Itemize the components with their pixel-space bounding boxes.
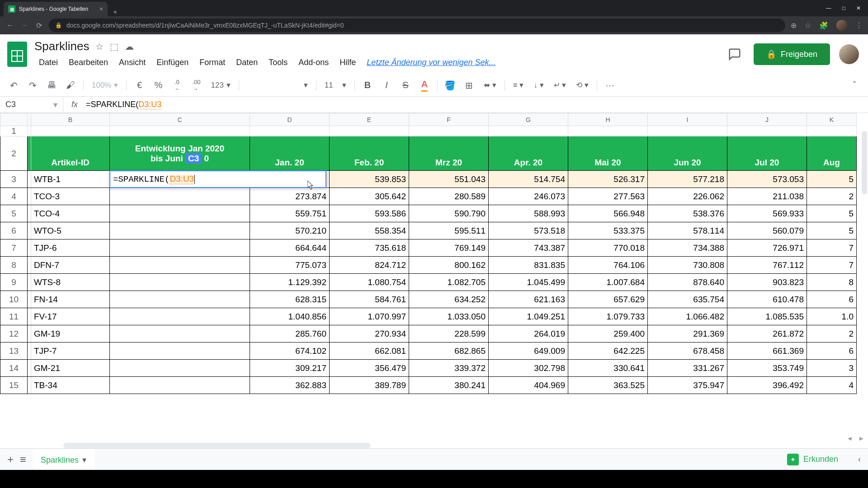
cell-value[interactable]: 389.789 <box>330 377 409 394</box>
forward-button[interactable]: → <box>20 21 29 29</box>
sheet-tab-sparklines[interactable]: Sparklines ▾ <box>33 449 94 469</box>
cell-value[interactable]: 743.387 <box>489 239 568 257</box>
cell-value[interactable]: 634.252 <box>409 291 489 308</box>
cell-value[interactable]: 730.808 <box>648 257 727 274</box>
row-header-13[interactable]: 13 <box>0 343 28 360</box>
cell-value[interactable]: 726.971 <box>727 239 807 257</box>
cell-value[interactable]: 595.511 <box>409 222 489 239</box>
col-header-J[interactable]: J <box>727 113 807 126</box>
cell-artikel-id[interactable]: FN-14 <box>31 291 110 308</box>
cell-value[interactable]: 767.112 <box>727 257 807 274</box>
zoom-icon[interactable]: ⊕ <box>791 21 797 30</box>
cell-value[interactable]: 396.492 <box>727 377 807 394</box>
cell-value[interactable]: 7 <box>807 239 857 257</box>
row-header-14[interactable]: 14 <box>0 360 28 377</box>
cell-artikel-id[interactable]: TJP-6 <box>31 239 110 257</box>
cell-value[interactable]: 1.079.733 <box>568 308 648 325</box>
menu-daten[interactable]: Daten <box>231 56 262 69</box>
cell-value[interactable]: 657.629 <box>568 291 648 308</box>
row-header-9[interactable]: 9 <box>0 274 28 291</box>
back-button[interactable]: ← <box>5 21 14 29</box>
cell-value[interactable]: 8 <box>807 274 857 291</box>
h-align-button[interactable]: ≡ ▾ <box>509 80 528 90</box>
decrease-decimal-button[interactable]: .0← <box>169 77 185 94</box>
col-header-C[interactable]: C <box>110 113 250 126</box>
cell-sparkline[interactable] <box>110 222 250 239</box>
sheets-logo-icon[interactable] <box>5 39 29 70</box>
row-header-1[interactable]: 1 <box>0 126 28 136</box>
row-header-11[interactable]: 11 <box>0 308 28 325</box>
number-format-select[interactable]: 123 ▾ <box>207 80 234 90</box>
cell-value[interactable]: 1.040.856 <box>250 308 330 325</box>
profile-avatar-small[interactable] <box>836 20 847 31</box>
tab-close-icon[interactable]: × <box>99 5 103 13</box>
cell-value[interactable]: 539.853 <box>330 171 409 188</box>
font-size-select[interactable]: 11 ▾ <box>321 80 350 90</box>
cell-value[interactable]: 578.114 <box>648 222 727 239</box>
cell[interactable] <box>110 126 250 136</box>
cell-sparkline[interactable] <box>110 343 250 360</box>
cell-value[interactable]: 1.085.535 <box>727 308 807 325</box>
cell-value[interactable]: 538.376 <box>648 205 727 222</box>
italic-button[interactable]: I <box>378 77 395 94</box>
cell-value[interactable]: 270.934 <box>330 325 409 343</box>
cell[interactable] <box>489 126 568 136</box>
menu-ansicht[interactable]: Ansicht <box>114 56 150 69</box>
cell-value[interactable]: 573.518 <box>489 222 568 239</box>
cell-value[interactable]: 764.106 <box>568 257 648 274</box>
cell-value[interactable]: 584.761 <box>330 291 409 308</box>
chevron-down-icon[interactable]: ▾ <box>82 455 86 465</box>
cell-value[interactable]: 569.933 <box>727 205 807 222</box>
col-header-E[interactable]: E <box>330 113 409 126</box>
cell-value[interactable]: 2 <box>807 188 857 205</box>
cell-value[interactable]: 570.210 <box>250 222 330 239</box>
cell-artikel-id[interactable]: DFN-7 <box>31 257 110 274</box>
cell-editor[interactable]: =SPARKLINE(D3:U3 <box>109 170 326 188</box>
header-month[interactable]: Apr. 20 <box>489 136 568 171</box>
side-panel-toggle[interactable]: ‹ <box>858 455 861 464</box>
cell[interactable] <box>31 126 110 136</box>
cell[interactable] <box>568 126 648 136</box>
cell-value[interactable]: 273.874 <box>250 188 330 205</box>
cell-artikel-id[interactable]: WTB-1 <box>31 171 110 188</box>
row-header-4[interactable]: 4 <box>0 188 28 205</box>
paint-format-button[interactable]: 🖌 <box>62 77 79 94</box>
cell-value[interactable]: 878.640 <box>648 274 727 291</box>
cell-value[interactable]: 380.241 <box>409 377 489 394</box>
menu-datei[interactable]: Datei <box>34 56 62 69</box>
cell-value[interactable]: 831.835 <box>489 257 568 274</box>
cell-value[interactable]: 621.163 <box>489 291 568 308</box>
font-select[interactable]: ▾ <box>244 80 311 90</box>
cell-value[interactable]: 246.073 <box>489 188 568 205</box>
percent-button[interactable]: % <box>150 77 166 94</box>
cell-artikel-id[interactable]: TB-34 <box>31 377 110 394</box>
cell-sparkline[interactable] <box>110 205 250 222</box>
header-month[interactable]: Aug <box>807 136 857 171</box>
cell-value[interactable]: 1.007.684 <box>568 274 648 291</box>
col-header-A[interactable] <box>28 113 31 126</box>
new-tab-button[interactable]: + <box>108 8 123 16</box>
col-header-G[interactable]: G <box>489 113 568 126</box>
cell-value[interactable]: 264.019 <box>489 325 568 343</box>
cell-value[interactable]: 363.525 <box>568 377 648 394</box>
cell-value[interactable]: 588.993 <box>489 205 568 222</box>
cell-sparkline[interactable] <box>110 308 250 325</box>
spreadsheet-grid[interactable]: BCDEFGHIJK12Artikel-ID Entwicklung Jan 2… <box>0 113 868 448</box>
col-header-I[interactable]: I <box>648 113 727 126</box>
cell-value[interactable]: 3 <box>807 360 857 377</box>
cell-value[interactable]: 593.586 <box>330 205 409 222</box>
window-close-button[interactable]: ✕ <box>856 5 861 11</box>
row-header-2[interactable]: 2 <box>0 136 28 171</box>
cell-value[interactable]: 649.009 <box>489 343 568 360</box>
cell-value[interactable]: 211.038 <box>727 188 807 205</box>
undo-button[interactable]: ↶ <box>5 77 22 94</box>
header-month[interactable]: Jan. 20 <box>250 136 330 171</box>
cell-value[interactable]: 302.798 <box>489 360 568 377</box>
cell-value[interactable]: 610.478 <box>727 291 807 308</box>
merge-button[interactable]: ⬌ ▾ <box>480 80 500 90</box>
cell-value[interactable]: 2 <box>807 325 857 343</box>
wrap-button[interactable]: ↵ ▾ <box>550 80 570 90</box>
cell-value[interactable]: 800.162 <box>409 257 489 274</box>
header-month[interactable]: Feb. 20 <box>330 136 409 171</box>
cell[interactable] <box>28 126 31 136</box>
